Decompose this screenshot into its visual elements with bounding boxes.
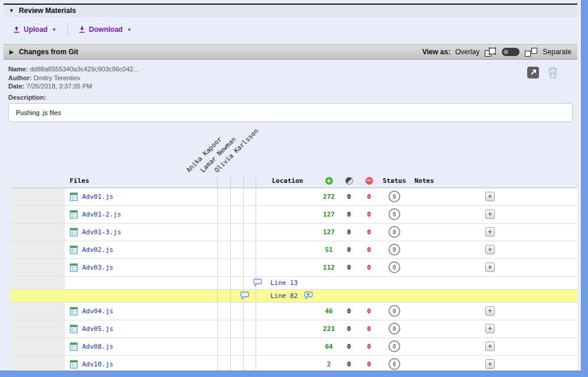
download-button[interactable]: Download ▼ [73, 23, 138, 36]
reviewer-cell-1 [217, 206, 230, 223]
view-mode-toggle[interactable] [502, 48, 520, 56]
modified-count: 0 [347, 246, 351, 254]
file-row[interactable]: Adv01-2.js127000+ [11, 206, 577, 224]
file-row[interactable]: Adv01.js272000+ [11, 188, 577, 206]
modified-count: 0 [347, 360, 351, 368]
comment-bubble-icon[interactable] [240, 291, 250, 303]
add-note-button[interactable]: + [485, 263, 495, 272]
location-cell [256, 259, 319, 276]
separate-view-icon[interactable] [524, 47, 538, 57]
reviewer-cell-3 [243, 224, 256, 241]
file-icon [70, 360, 78, 369]
removed-count: 0 [367, 211, 371, 218]
comment-bubble-icon[interactable] [253, 278, 263, 290]
add-note-button[interactable]: + [485, 306, 495, 316]
commit-name-label: Name: [8, 65, 28, 73]
location-link[interactable]: Line 82 [270, 292, 298, 300]
reviewer-cell-1 [217, 303, 230, 320]
reviewer-cell-1 [217, 356, 230, 371]
status-badge: 0 [388, 191, 400, 202]
reviewer-cell-3 [243, 241, 256, 258]
reviewer-names-strip: Anika Kapoor Lamar Newman Olivia Karlsso… [0, 122, 581, 176]
file-name-cell[interactable]: Adv01.js [65, 188, 217, 205]
row-gutter [11, 356, 65, 371]
added-count: 51 [325, 246, 332, 254]
add-note-button[interactable]: + [485, 209, 495, 219]
file-name-cell[interactable]: Adv01-2.js [65, 206, 217, 223]
add-note-button[interactable]: + [485, 324, 495, 333]
add-note-button[interactable]: + [485, 245, 495, 254]
git-section-title: Changes from Git [19, 48, 79, 56]
open-external-button[interactable] [527, 66, 540, 79]
reviewer-cell-1 [217, 277, 230, 289]
reviewer-column-2 [230, 176, 243, 188]
file-name-cell[interactable]: Adv03.js [65, 259, 217, 276]
file-name-link[interactable]: Adv01.js [82, 193, 113, 201]
file-row[interactable]: Adv10.js2000+ [11, 356, 577, 371]
status-badge: 0 [388, 208, 400, 220]
file-name-link[interactable]: Adv01-3.js [82, 228, 121, 236]
add-note-button[interactable]: + [485, 227, 495, 237]
file-row[interactable]: Adv04.js46000+ [11, 303, 577, 320]
file-row[interactable]: Adv01-3.js127000+ [11, 224, 577, 241]
file-name-link[interactable]: Adv10.js [82, 360, 113, 368]
file-name-cell[interactable]: Adv01-3.js [65, 224, 217, 241]
modified-count: 0 [347, 228, 351, 236]
file-row[interactable]: Adv02.js51000+ [11, 241, 577, 259]
location-cell[interactable]: Line 13 [256, 277, 319, 289]
reviewer-cell-2 [230, 241, 243, 258]
overlay-view-icon[interactable] [484, 47, 497, 57]
upload-button[interactable]: Upload ▼ [7, 23, 63, 36]
location-cell [256, 320, 319, 337]
collapse-down-icon: ▼ [9, 8, 14, 14]
table-body: Adv01.js272000+Adv01-2.js127000+Adv01-3.… [11, 188, 577, 371]
file-row[interactable]: Adv03.js112000+ [11, 259, 577, 277]
view-separate-option[interactable]: Separate [543, 48, 571, 56]
view-overlay-option[interactable]: Overlay [455, 48, 479, 56]
changes-from-git-header[interactable]: ▶ Changes from Git View as: Overlay Sepa… [4, 44, 577, 60]
removed-count-icon: − [365, 177, 373, 185]
row-gutter [11, 259, 65, 276]
file-row[interactable]: Adv08.js64000+ [11, 338, 577, 356]
file-name-cell[interactable]: Adv05.js [65, 320, 217, 337]
removed-count: 0 [367, 228, 371, 236]
file-name-cell[interactable]: Adv02.js [65, 241, 217, 258]
reviewer-cell-1 [217, 241, 230, 258]
reviewer-cell-2 [230, 224, 243, 241]
file-name-link[interactable]: Adv04.js [82, 307, 113, 315]
file-name-cell[interactable]: Adv08.js [65, 338, 217, 355]
commit-author-line: Author: Dmitry Terentiev [8, 74, 139, 83]
modified-count: 0 [347, 343, 351, 350]
reviewer-cell-1 [217, 259, 230, 276]
add-note-button[interactable]: + [485, 192, 495, 201]
add-note-button[interactable]: + [485, 342, 495, 351]
added-count: 46 [325, 307, 332, 315]
comment-row[interactable]: Line 82 [11, 290, 577, 303]
modified-count: 0 [347, 193, 351, 201]
description-input[interactable] [8, 103, 573, 122]
file-name-link[interactable]: Adv01-2.js [82, 211, 121, 218]
file-icon [70, 192, 78, 201]
toggle-knob [503, 49, 509, 55]
commit-name-value: dd88a6555340a3c429c903c96c042... [30, 65, 139, 73]
file-name-link[interactable]: Adv08.js [82, 343, 113, 350]
file-name-link[interactable]: Adv02.js [82, 246, 113, 254]
row-gutter [11, 206, 65, 223]
table-header-row: Files Location + − Status Notes [11, 176, 577, 188]
file-name-link[interactable]: Adv05.js [82, 325, 113, 333]
location-link[interactable]: Line 13 [270, 279, 298, 287]
review-materials-header[interactable]: ▼ Review Materials [4, 5, 577, 17]
row-gutter [11, 290, 65, 302]
file-name-cell[interactable]: Adv10.js [65, 356, 217, 371]
file-name-cell[interactable]: Adv04.js [65, 303, 217, 320]
location-cell[interactable]: Line 82 [256, 290, 319, 302]
file-row[interactable]: Adv05.js223000+ [11, 320, 577, 338]
added-count: 64 [325, 343, 332, 350]
comment-row[interactable]: Line 13 [11, 277, 577, 290]
delete-trash-button[interactable] [547, 66, 558, 79]
add-note-button[interactable]: + [485, 359, 495, 369]
review-materials-section: ▼ Review Materials [4, 4, 577, 17]
file-name-link[interactable]: Adv03.js [82, 264, 113, 271]
modified-column-header [339, 176, 359, 188]
add-comment-bubble-icon[interactable] [303, 291, 313, 300]
